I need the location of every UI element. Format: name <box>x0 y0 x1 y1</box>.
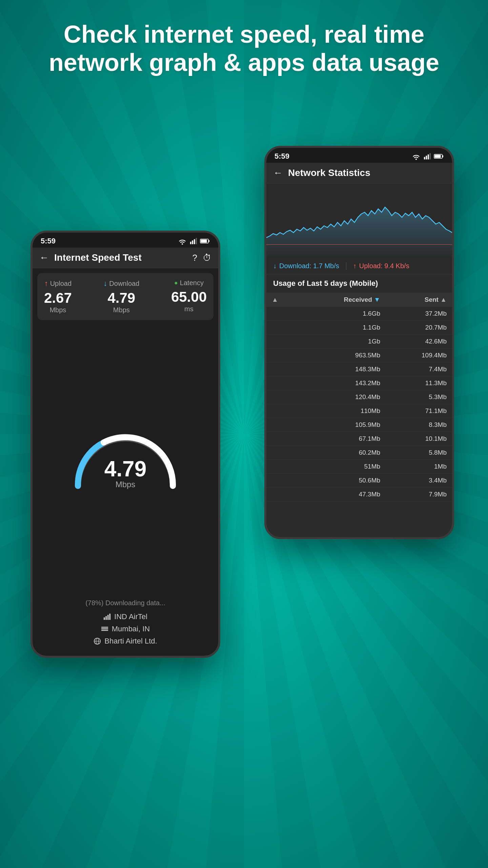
network-graph-svg <box>266 183 452 258</box>
status-bar-back: 5:59 <box>266 148 452 163</box>
col-received[interactable]: Received ▼ <box>298 293 386 307</box>
header-action-icons: ? ⏱ <box>192 253 211 263</box>
location: Mumbai, IN <box>112 625 150 633</box>
upload-unit: Mbps <box>44 306 72 314</box>
upload-label: ↑ Upload <box>44 279 72 288</box>
hero-text: Check internet speed, real time network … <box>0 20 488 77</box>
received-cell: 1.6Gb <box>298 307 386 321</box>
svg-rect-1 <box>426 156 427 159</box>
usage-table-body: 1.6Gb 37.2Mb 1.1Gb 20.7Mb 1Gb 42.6Mb 963… <box>266 307 452 501</box>
status-time-back: 5:59 <box>274 152 289 161</box>
help-icon[interactable]: ? <box>192 253 197 263</box>
location-icon <box>101 626 108 632</box>
download-unit: Mbps <box>103 306 139 314</box>
signal-icon <box>424 153 431 160</box>
app-name-cell <box>266 321 298 335</box>
svg-rect-19 <box>101 627 108 628</box>
received-cell: 120.4Mb <box>298 390 386 404</box>
history-icon[interactable]: ⏱ <box>203 253 211 263</box>
app-name-cell <box>266 390 298 404</box>
wifi-icon <box>411 153 421 160</box>
sent-cell: 20.7Mb <box>386 321 452 335</box>
location-row: Mumbai, IN <box>39 625 211 633</box>
network-chart <box>266 183 452 258</box>
usage-table: ▲ Received ▼ Sent ▲ 1.6Gb <box>266 293 452 501</box>
network-name: IND AirTel <box>114 612 147 621</box>
download-stat: ↓ Download: 1.7 Mb/s <box>273 262 339 270</box>
table-header-suffix: (Mobile) <box>347 279 378 288</box>
wifi-icon-front <box>178 237 187 245</box>
sent-cell: 5.8Mb <box>386 446 452 460</box>
download-arrow-icon: ↓ <box>273 262 277 270</box>
col-sent[interactable]: Sent ▲ <box>386 293 452 307</box>
sent-cell: 1Mb <box>386 460 452 474</box>
app-name-cell <box>266 362 298 376</box>
svg-rect-17 <box>107 615 109 620</box>
sent-cell: 5.3Mb <box>386 390 452 404</box>
svg-rect-21 <box>101 630 108 631</box>
sort-icon-received: ▼ <box>374 296 380 303</box>
table-row: 1.1Gb 20.7Mb <box>266 321 452 335</box>
latency-label: ● Latency <box>171 279 207 287</box>
download-label: ↓ Download <box>103 279 139 288</box>
table-row: 105.9Mb 8.3Mb <box>266 418 452 432</box>
sent-cell: 3.4Mb <box>386 474 452 488</box>
latency-stat-item: ● Latency 65.00 ms <box>171 279 207 314</box>
table-row: 110Mb 71.1Mb <box>266 404 452 418</box>
speed-test-phone: 5:59 <box>30 231 220 658</box>
back-button-network[interactable]: ← <box>273 167 283 178</box>
latency-unit: ms <box>171 305 207 313</box>
app-name-cell <box>266 349 298 362</box>
latency-icon: ● <box>174 279 178 287</box>
svg-rect-11 <box>196 238 197 244</box>
hero-line1: Check internet speed, real time <box>27 20 461 48</box>
app-name-cell <box>266 460 298 474</box>
speed-test-header: ← Internet Speed Test ? ⏱ <box>33 248 218 268</box>
svg-rect-6 <box>435 155 441 158</box>
status-time-front: 5:59 <box>41 237 56 245</box>
sent-cell: 8.3Mb <box>386 418 452 432</box>
app-name-cell <box>266 404 298 418</box>
sort-icon-app[interactable]: ▲ <box>272 296 278 303</box>
download-stat-item: ↓ Download 4.79 Mbps <box>103 279 139 314</box>
app-name-cell <box>266 488 298 501</box>
upload-speed: Upload: 9.4 Kb/s <box>359 262 409 270</box>
battery-icon-front <box>200 238 210 244</box>
table-row: 51Mb 1Mb <box>266 460 452 474</box>
app-name-cell <box>266 474 298 488</box>
speedometer: 4.79 Mbps <box>68 425 183 493</box>
back-button-speed[interactable]: ← <box>39 252 49 263</box>
table-row: 120.4Mb 5.3Mb <box>266 390 452 404</box>
download-speed: Download: 1.7 Mb/s <box>279 262 339 270</box>
svg-rect-18 <box>109 614 111 620</box>
received-cell: 60.2Mb <box>298 446 386 460</box>
received-cell: 143.2Mb <box>298 376 386 390</box>
stat-separator <box>346 262 346 270</box>
hero-line2: network graph & apps data usage <box>27 48 461 77</box>
data-table-container: ▲ Received ▼ Sent ▲ 1.6Gb <box>266 293 452 537</box>
table-row: 1.6Gb 37.2Mb <box>266 307 452 321</box>
sent-cell: 7.4Mb <box>386 362 452 376</box>
upload-stat-item: ↑ Upload 2.67 Mbps <box>44 279 72 314</box>
received-cell: 67.1Mb <box>298 432 386 446</box>
received-cell: 51Mb <box>298 460 386 474</box>
speed-unit: Mbps <box>104 480 147 489</box>
received-cell: 963.5Mb <box>298 349 386 362</box>
sent-cell: 71.1Mb <box>386 404 452 418</box>
svg-rect-8 <box>190 242 191 244</box>
table-row: 1Gb 42.6Mb <box>266 335 452 349</box>
table-row: 50.6Mb 3.4Mb <box>266 474 452 488</box>
downloading-status: (78%) Downloading data... <box>39 599 211 607</box>
table-row: 143.2Mb 11.3Mb <box>266 376 452 390</box>
received-cell: 148.3Mb <box>298 362 386 376</box>
speed-test-title: Internet Speed Test <box>54 252 187 263</box>
chart-stats-row: ↓ Download: 1.7 Mb/s ↑ Upload: 9.4 Kb/s <box>266 258 452 274</box>
bottom-info: (78%) Downloading data... IND AirTel Mum… <box>33 592 218 656</box>
received-cell: 1Gb <box>298 335 386 349</box>
table-header-prefix: Usage of <box>273 279 307 288</box>
app-name-cell <box>266 432 298 446</box>
speed-number: 4.79 <box>104 458 147 480</box>
svg-rect-15 <box>104 617 105 620</box>
download-value: 4.79 <box>103 290 139 306</box>
svg-rect-16 <box>106 616 107 620</box>
